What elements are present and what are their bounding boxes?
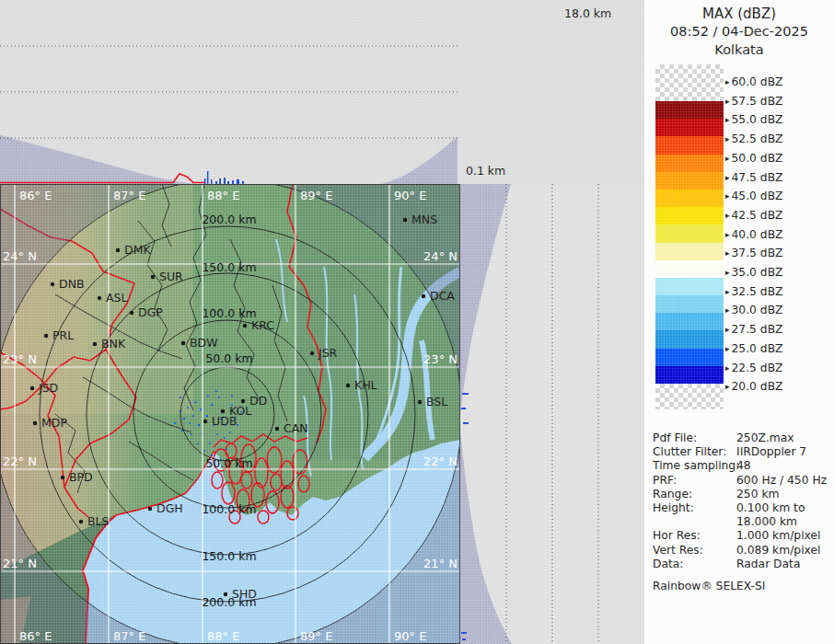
parallel-label-left: 24° N [3,249,37,263]
meridian-label-bottom: 88° E [207,629,239,643]
colorbar-block-12 [655,313,724,330]
meridian-label-bottom: 86° E [19,629,52,643]
scale-label-52.5: ▸52.5 dBZ [725,132,783,145]
scale-label-text: 47.5 dBZ [732,171,783,184]
scale-label-text: 20.0 dBZ [732,380,783,393]
colorbar-block-14 [655,349,724,366]
station-label: KHL [354,378,377,392]
station-dot [203,420,207,423]
scale-tick-arrow-icon: ▸ [725,134,730,144]
meridian-label-top: 88° E [207,189,239,202]
scale-label-text: 52.5 dBZ [732,132,783,145]
station-dot [51,282,54,286]
station-label: MNS [411,213,437,226]
info-value: 1.000 km/pixel [736,529,820,542]
colorbar-block-0 [655,101,724,119]
station-label: DGH [156,501,183,515]
info-label: Data: [653,558,684,570]
radar-map: 86° E86° E87° E87° E88° E88° E89° E89° E… [0,184,460,644]
colorbar-block-15 [655,366,724,384]
station-dot [93,342,97,346]
scale-label-37.5: ▸37.5 dBZ [725,247,783,259]
scale-label-text: 22.5 dBZ [732,362,783,374]
meridian-label-top: 90° E [394,189,426,202]
station-label: PRL [52,328,74,342]
scale-label-text: 55.0 dBZ [732,113,783,126]
scale-tick-arrow-icon: ▸ [725,363,730,373]
timestamp: 08:52 / 04-Dec-2025 [644,24,834,39]
scale-label-text: 50.0 dBZ [732,152,783,165]
station-dot [275,427,279,431]
meridian-label-bottom: 89° E [300,629,332,643]
station-dot [61,476,64,479]
station-label: SHD [232,587,257,601]
station-label: DCA [430,289,455,303]
colorbar-block-5 [655,190,724,207]
scale-label-text: 35.0 dBZ [732,266,783,279]
station-dot [346,384,350,387]
range-ring-label: 100.0 km [202,502,256,516]
info-value: 250Z.max [736,431,794,444]
scale-label-55.0: ▸55.0 dBZ [725,113,783,126]
scale-label-text: 32.5 dBZ [732,285,783,298]
scale-label-32.5: ▸32.5 dBZ [725,285,783,298]
station-label: BPD [69,470,93,484]
scale-label-40.0: ▸40.0 dBZ [725,228,783,241]
colorbar-transparent-block [655,64,724,101]
scale-label-text: 27.5 dBZ [732,323,783,336]
colorbar [655,64,724,409]
station-dot [181,341,185,345]
scale-label-42.5: ▸42.5 dBZ [725,209,783,222]
radar-display-window: 86° E86° E87° E87° E88° E88° E89° E89° E… [0,0,834,644]
colorbar-block-2 [655,136,724,154]
colorbar-block-3 [655,155,724,172]
scale-tick-arrow-icon: ▸ [725,154,730,163]
station-dot [243,324,247,328]
parallel-label-left: 21° N [3,557,37,570]
station-label: JSR [318,346,338,360]
height-axis-max-label: 18.0 km [564,6,611,20]
scale-label-57.5: ▸57.5 dBZ [725,95,783,108]
station-label: BLS [87,514,110,528]
scale-tick-arrow-icon: ▸ [725,248,730,258]
legend-panel: MAX (dBZ) 08:52 / 04-Dec-2025 Kolkata ▸6… [644,0,834,644]
scale-tick-arrow-icon: ▸ [725,115,730,124]
info-label: Vert Res: [653,544,703,557]
colorbar-block-1 [655,119,724,136]
scale-label-45.0: ▸45.0 dBZ [725,190,783,202]
info-value: 18.000 km [736,515,797,528]
scale-label-text: 37.5 dBZ [732,247,783,259]
colorbar-block-13 [655,330,724,348]
parallel-label-left: 22° N [3,454,37,468]
station-label: JSD [38,381,58,395]
out-of-range-wedge [0,135,195,184]
station-dot [98,296,101,300]
station-label: BSL [426,395,447,408]
scale-tick-arrow-icon: ▸ [725,287,730,296]
station-dot [116,248,120,252]
info-value: 0.089 km/pixel [736,544,820,557]
info-label: Time sampling: [653,459,739,472]
scale-label-text: 45.0 dBZ [732,190,783,202]
vertical-projection-top-panel [0,0,458,184]
station-label: DNB [59,277,85,291]
height-axis-min-label: 0.1 km [466,164,505,178]
parallel-label-right: 22° N [423,454,458,468]
station-dot [79,520,83,523]
station-label: SUR [159,270,183,283]
scale-label-22.5: ▸22.5 dBZ [725,362,783,374]
scale-label-35.0: ▸35.0 dBZ [725,266,783,279]
scale-label-text: 30.0 dBZ [732,304,783,316]
station-dot [422,294,425,298]
station-label: DGP [138,305,163,319]
scale-tick-arrow-icon: ▸ [725,230,730,239]
station-label: MDP [41,416,67,430]
meridian-label-top: 89° E [300,189,332,202]
scale-tick-arrow-icon: ▸ [725,305,730,315]
station-label: DD [249,394,267,408]
colorbar-block-8 [655,243,724,260]
parallel-label-right: 23° N [423,352,458,366]
info-label: PRF: [653,474,677,487]
meridian-label-bottom: 90° E [394,629,426,643]
station-dot [221,409,225,413]
